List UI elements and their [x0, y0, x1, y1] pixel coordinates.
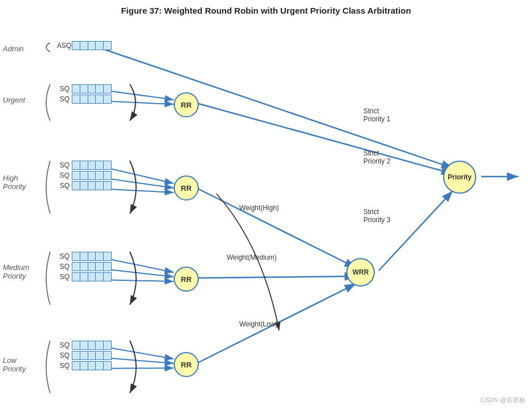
svg-line-5: [197, 103, 453, 174]
rr-high-node: RR: [174, 175, 199, 201]
queue-rect: [72, 95, 112, 104]
queue-rect: [72, 361, 112, 370]
queue-rect: [72, 351, 112, 360]
queue-rect: [72, 161, 112, 170]
queue-bar: SQ: [57, 252, 112, 261]
svg-line-18: [379, 191, 453, 271]
rr-urgent-node: RR: [174, 92, 199, 117]
queue-rect: [72, 41, 112, 50]
wrr-node: WRR: [346, 258, 375, 287]
watermark: CSDN @百里杨: [481, 396, 525, 404]
queue-bar: SQ: [57, 84, 112, 93]
queue-bar: SQ: [57, 161, 112, 170]
queue-bar: SQ: [57, 262, 112, 271]
queue-rect: [72, 84, 112, 93]
svg-line-2: [98, 47, 453, 168]
queue-label: SQ: [57, 273, 69, 281]
queue-label: SQ: [57, 252, 69, 260]
queue-rect: [72, 341, 112, 350]
strict-priority-3-label: StrictPriority 3: [363, 208, 390, 224]
label-medium-priority: MediumPriority: [3, 263, 29, 280]
weight-high-label: Weight(High): [239, 204, 279, 212]
queue-label: SQ: [57, 351, 69, 359]
rr-low-node: RR: [174, 352, 199, 377]
label-low-priority: LowPriority: [3, 356, 26, 373]
queue-group-urgent: SQ SQ: [57, 84, 112, 104]
label-high-priority: HighPriority: [3, 174, 26, 191]
queue-label: SQ: [57, 95, 69, 103]
queue-bar: SQ: [57, 272, 112, 281]
queue-rect: [72, 252, 112, 261]
queue-bar: SQ: [57, 171, 112, 180]
queue-label: SQ: [57, 85, 69, 93]
queue-bar: SQ: [57, 341, 112, 350]
weight-medium-label: Weight(Medium): [227, 253, 277, 261]
queue-group-admin: ASQ: [57, 41, 112, 50]
figure-title: Figure 37: Weighted Round Robin with Urg…: [0, 6, 532, 15]
queue-bar: ASQ: [57, 41, 112, 50]
strict-priority-2-label: StrictPriority 2: [363, 149, 390, 165]
queue-rect: [72, 272, 112, 281]
rr-medium-node: RR: [174, 267, 199, 292]
queue-bar: SQ: [57, 351, 112, 360]
queue-group-medium: SQ SQ SQ: [57, 252, 112, 281]
queue-label: SQ: [57, 362, 69, 370]
queue-bar: SQ: [57, 95, 112, 104]
queue-label: SQ: [57, 171, 69, 179]
queue-label: SQ: [57, 161, 69, 169]
label-urgent: Urgent: [3, 96, 25, 104]
queue-label: SQ: [57, 182, 69, 190]
queue-label: ASQ: [57, 42, 69, 50]
svg-line-13: [197, 276, 356, 278]
queue-rect: [72, 262, 112, 271]
queue-group-high: SQ SQ SQ: [57, 161, 112, 190]
priority-node: Priority: [443, 161, 476, 194]
queue-label: SQ: [57, 263, 69, 271]
queue-bar: SQ: [57, 361, 112, 370]
queue-rect: [72, 181, 112, 190]
weight-low-label: Weight(Low): [239, 320, 277, 328]
label-admin: Admin: [3, 44, 24, 53]
diagram-canvas: Figure 37: Weighted Round Robin with Urg…: [0, 0, 532, 409]
queue-group-low: SQ SQ SQ: [57, 341, 112, 370]
strict-priority-1-label: StrictPriority 1: [363, 107, 390, 123]
queue-rect: [72, 171, 112, 180]
queue-bar: SQ: [57, 181, 112, 190]
queue-label: SQ: [57, 341, 69, 349]
